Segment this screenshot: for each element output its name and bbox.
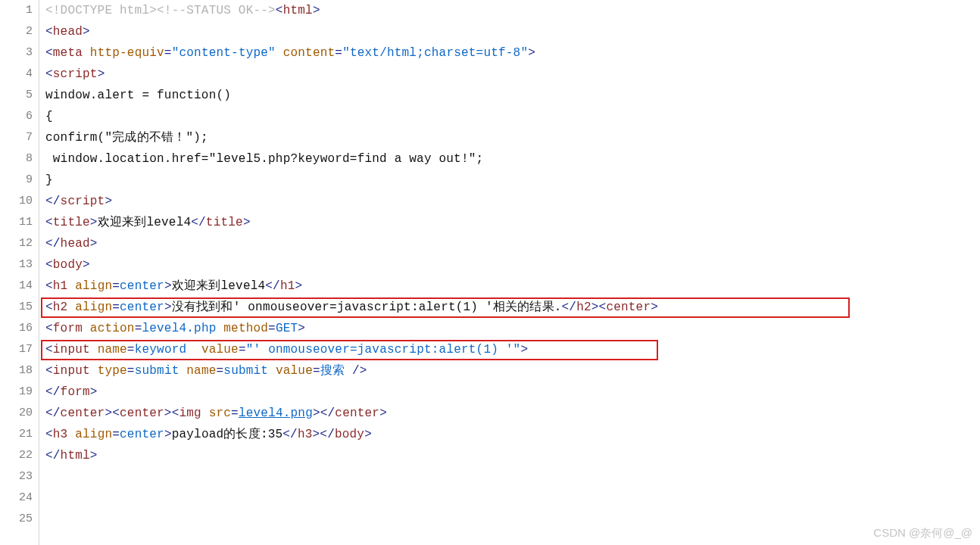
code-token: > xyxy=(364,428,372,441)
code-token: > xyxy=(528,46,535,60)
code-token xyxy=(345,364,352,378)
code-token: center xyxy=(120,301,164,314)
code-line[interactable]: <!DOCTYPE html><!--STATUS OK--><html> xyxy=(45,0,980,21)
code-token: > xyxy=(164,406,172,420)
code-token: > xyxy=(164,428,172,441)
code-token: name xyxy=(98,343,127,357)
line-number: 5 xyxy=(0,85,33,106)
line-number: 11 xyxy=(0,212,33,233)
code-token: 没有找到和' onmouseover=javascript:alert(1) '… xyxy=(172,301,562,314)
code-token: submit xyxy=(223,364,268,378)
line-number: 6 xyxy=(0,106,33,127)
code-line[interactable]: <script> xyxy=(45,64,980,85)
code-line[interactable]: </center><center><img src=level4.png></c… xyxy=(45,403,980,424)
code-token: > xyxy=(298,322,305,335)
line-number: 17 xyxy=(0,339,33,360)
code-token: = xyxy=(112,301,120,314)
code-token: window.location.href="level5.php?keyword… xyxy=(45,152,483,166)
code-token: > xyxy=(90,385,98,399)
line-number: 3 xyxy=(0,42,33,64)
code-line[interactable]: { xyxy=(45,106,980,127)
code-line[interactable] xyxy=(45,466,980,487)
code-line[interactable]: confirm("完成的不错！"); xyxy=(45,127,980,148)
line-number: 10 xyxy=(0,191,33,212)
code-token: window.alert = function() xyxy=(45,89,231,102)
code-line[interactable]: <form action=level4.php method=GET> xyxy=(45,318,980,339)
code-line[interactable]: <meta http-equiv="content-type" content=… xyxy=(45,42,980,64)
code-token: } xyxy=(45,173,53,187)
code-token: </ xyxy=(320,428,335,441)
line-number: 24 xyxy=(0,487,33,509)
code-line[interactable] xyxy=(45,487,980,509)
code-token: h3 xyxy=(298,428,313,441)
code-token: </ xyxy=(282,428,298,441)
code-token: submit xyxy=(135,364,179,378)
code-line[interactable]: <h2 align=center>没有找到和' onmouseover=java… xyxy=(45,297,980,318)
code-token xyxy=(276,46,283,60)
code-token: title xyxy=(206,216,243,229)
code-line[interactable]: <input type=submit name=submit value=搜索 … xyxy=(45,360,980,382)
code-token xyxy=(67,301,75,314)
line-number: 7 xyxy=(0,127,33,148)
code-token: keyword xyxy=(135,343,187,357)
code-token: </ xyxy=(562,301,577,314)
code-token: align xyxy=(75,279,112,293)
code-token: body xyxy=(53,258,83,272)
code-token: "' onmouseover=javascript:alert(1) '" xyxy=(246,343,521,357)
line-number: 12 xyxy=(0,233,33,254)
code-line[interactable]: <h3 align=center>payload的长度:35</h3></bod… xyxy=(45,424,980,445)
code-line[interactable]: </head> xyxy=(45,233,980,254)
code-line[interactable]: <h1 align=center>欢迎来到level4</h1> xyxy=(45,276,980,297)
code-token: method xyxy=(223,322,268,335)
code-line[interactable]: window.alert = function() xyxy=(45,85,980,106)
code-token: value xyxy=(201,343,239,357)
code-line[interactable]: <head> xyxy=(45,21,980,42)
code-token: 欢迎来到level4 xyxy=(98,216,192,229)
code-token: = xyxy=(112,428,120,441)
code-token: </ xyxy=(45,385,61,399)
code-token: > xyxy=(105,406,112,420)
code-line[interactable]: <input name=keyword value="' onmouseover… xyxy=(45,339,980,360)
code-token: > xyxy=(83,258,90,272)
code-token: > xyxy=(164,301,172,314)
code-line[interactable]: </script> xyxy=(45,191,980,212)
code-token: script xyxy=(53,67,98,81)
code-token: = xyxy=(164,46,172,60)
code-token: > xyxy=(379,406,387,420)
code-token: confirm("完成的不错！"); xyxy=(45,131,208,145)
code-token: "text/html;charset=utf-8" xyxy=(342,46,528,60)
code-token: center xyxy=(335,406,379,420)
line-number: 1 xyxy=(0,0,33,21)
code-token: input xyxy=(53,343,90,357)
code-token xyxy=(268,364,276,378)
code-token: = xyxy=(217,364,224,378)
code-token: content xyxy=(283,46,336,60)
code-token: 搜索 xyxy=(320,364,345,378)
code-token xyxy=(186,343,201,357)
code-line[interactable]: <title>欢迎来到level4</title> xyxy=(45,212,980,233)
code-line[interactable]: } xyxy=(45,170,980,191)
code-line[interactable]: window.location.href="level5.php?keyword… xyxy=(45,148,980,170)
code-editor[interactable]: <!DOCTYPE html><!--STATUS OK--><html><he… xyxy=(39,0,980,545)
code-token xyxy=(67,279,75,293)
code-token: name xyxy=(186,364,216,378)
code-token: html xyxy=(61,449,90,462)
code-token: < xyxy=(45,25,53,39)
code-token: center xyxy=(61,406,105,420)
code-token xyxy=(83,322,90,335)
code-line[interactable]: </html> xyxy=(45,445,980,466)
code-token: head xyxy=(61,237,90,251)
line-number: 4 xyxy=(0,64,33,85)
code-token xyxy=(216,322,223,335)
code-token: src xyxy=(209,406,231,420)
code-token: < xyxy=(45,343,53,357)
code-token: </ xyxy=(320,406,336,420)
code-token: h2 xyxy=(53,301,68,314)
line-number: 2 xyxy=(0,21,33,42)
code-line[interactable]: <body> xyxy=(45,254,980,276)
code-token: > xyxy=(105,195,112,208)
code-line[interactable] xyxy=(45,509,980,530)
code-token: = xyxy=(231,406,239,420)
line-number-gutter: 1234567891011121314151617181920212223242… xyxy=(0,0,39,545)
code-line[interactable]: </form> xyxy=(45,382,980,403)
